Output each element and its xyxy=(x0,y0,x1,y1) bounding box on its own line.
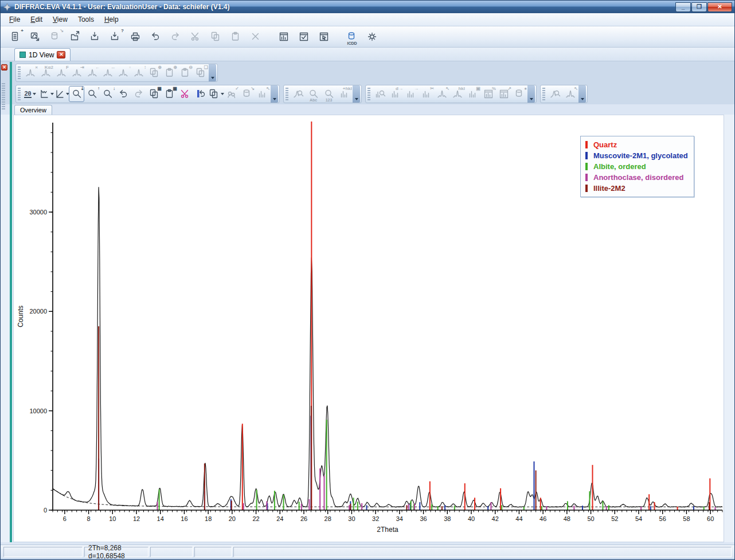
toolbar-overflow-button[interactable] xyxy=(271,85,278,103)
selection-window-button[interactable] xyxy=(315,28,333,45)
new-document-button[interactable]: + xyxy=(6,28,24,45)
svg-text:24: 24 xyxy=(276,515,283,522)
displacement-correction-button: ⇥ xyxy=(69,65,84,81)
phase-legend[interactable]: QuartzMuscovite-2M1, glycolatedAlbite, o… xyxy=(580,136,694,197)
chart-area: ✕ 68101214161820222426283032343638404244… xyxy=(1,115,734,542)
anchor-pattern-button: ▣ xyxy=(465,86,480,102)
close-icon[interactable]: ✕ xyxy=(57,51,65,58)
title-bar: DIFFRAC.EVA V4.1.1 - User: EvaluationUse… xyxy=(1,1,734,13)
svg-text:22: 22 xyxy=(252,515,259,522)
legend-item[interactable]: Quartz xyxy=(585,139,688,150)
copy-view-button[interactable]: ▦ xyxy=(146,86,162,102)
menu-edit[interactable]: Edit xyxy=(25,14,48,25)
status-panel xyxy=(3,547,83,557)
toolbar-grip[interactable] xyxy=(542,88,545,100)
dock-close-icon[interactable]: ✕ xyxy=(1,64,7,71)
undo-range-button[interactable] xyxy=(193,86,208,102)
toolbar-overflow-button[interactable] xyxy=(209,64,216,81)
status-panel xyxy=(233,547,732,557)
y-axis-mode-button[interactable] xyxy=(53,86,69,102)
menu-tools[interactable]: Tools xyxy=(73,14,99,25)
minimize-button[interactable]: _ xyxy=(675,2,691,12)
delete-button xyxy=(247,28,264,45)
undo-button[interactable] xyxy=(147,28,164,45)
diffractogram-panel[interactable]: 6810121416182022242628303234363840424446… xyxy=(13,115,724,542)
app-icon xyxy=(3,3,11,11)
measured-curve xyxy=(53,187,722,507)
svg-text:58: 58 xyxy=(683,515,690,522)
svg-text:56: 56 xyxy=(659,515,666,522)
copy-button xyxy=(207,28,224,45)
svg-text:46: 46 xyxy=(539,515,546,522)
svg-text:36: 36 xyxy=(420,515,427,522)
paste-button xyxy=(227,28,244,45)
scan-window-button[interactable] xyxy=(275,28,292,45)
menu-help[interactable]: Help xyxy=(99,14,124,25)
save-as-button[interactable]: ? xyxy=(107,28,124,45)
database-user-button: ● xyxy=(511,86,527,102)
tab-1d-view[interactable]: 1D View ✕ xyxy=(14,48,71,61)
appearance-button: ✓ xyxy=(224,86,239,102)
curve-select-button: ↖ xyxy=(434,86,449,102)
svg-text:28: 28 xyxy=(325,515,331,522)
svg-text:48: 48 xyxy=(564,515,570,522)
legend-item[interactable]: Anorthoclase, disordered xyxy=(585,172,688,183)
svg-text:30000: 30000 xyxy=(29,209,47,216)
menu-file[interactable]: File xyxy=(4,14,25,25)
legend-item[interactable]: Albite, ordered xyxy=(585,161,688,172)
add-scan-button: ⊕ xyxy=(146,65,162,81)
status-panel xyxy=(194,547,232,557)
svg-text:34: 34 xyxy=(396,515,403,522)
dock-grip[interactable] xyxy=(2,83,5,109)
svg-text:20000: 20000 xyxy=(29,308,47,315)
settings-button[interactable] xyxy=(363,28,381,45)
tab-1d-view-label: 1D View xyxy=(29,51,54,59)
svg-text:10000: 10000 xyxy=(29,408,47,414)
cut-range-button[interactable] xyxy=(177,86,193,102)
toolbar-grip[interactable] xyxy=(286,88,288,100)
redo-button xyxy=(167,28,184,45)
zoom-reset-button[interactable]: ⇣ xyxy=(69,86,84,102)
strip-kalpha2-button: Kα2 xyxy=(38,65,53,81)
svg-text:38: 38 xyxy=(444,515,451,522)
restore-button[interactable]: ❐ xyxy=(691,2,707,12)
menu-view[interactable]: View xyxy=(48,14,73,25)
toolbar-grip[interactable] xyxy=(18,88,21,100)
subtract-scan-button: ⊖ xyxy=(177,65,193,81)
toolbar-grip[interactable] xyxy=(368,88,370,100)
zoom-in-button[interactable]: ↑ xyxy=(84,86,100,102)
paste-view-button[interactable]: ▦ xyxy=(162,86,177,102)
x-axis-mode-button[interactable] xyxy=(38,86,53,102)
main-toolbar: +↘?ICDD xyxy=(1,26,734,48)
add-hkl-button: +hkl xyxy=(337,86,352,102)
two-theta-axis-button[interactable]: 2θ xyxy=(22,86,38,102)
peak-select-button: ↖ xyxy=(562,86,578,102)
options-window-button[interactable] xyxy=(295,28,312,45)
undo-view-button[interactable] xyxy=(115,86,131,102)
zoom-out-button[interactable]: ↓ xyxy=(100,86,115,102)
icdd-database-button[interactable]: ICDD xyxy=(343,28,361,45)
peak-search-button xyxy=(547,86,562,102)
legend-label: Albite, ordered xyxy=(593,162,646,171)
pattern-shift-button: → xyxy=(403,86,419,102)
save-button[interactable] xyxy=(87,28,104,45)
toolbar-grip[interactable] xyxy=(18,66,21,79)
toolbar-overflow-button[interactable] xyxy=(353,85,360,103)
legend-marker-icon xyxy=(585,185,588,192)
legend-item[interactable]: Illite-2M2 xyxy=(585,183,688,194)
import-from-database-button: ↘ xyxy=(46,28,64,45)
redo-view-button xyxy=(131,86,146,102)
legend-label: Illite-2M2 xyxy=(593,184,625,193)
legend-item[interactable]: Muscovite-2M1, glycolated xyxy=(585,150,688,161)
tab-overview[interactable]: Overview xyxy=(14,105,52,115)
export-window-button[interactable] xyxy=(67,28,84,45)
menu-bar: FileEditViewToolsHelp xyxy=(1,13,734,26)
import-scan-button[interactable] xyxy=(26,28,44,45)
copy-page-button[interactable] xyxy=(208,86,224,102)
toolbar-overflow-button[interactable] xyxy=(578,85,586,103)
y-axis-title: Counts xyxy=(17,306,25,327)
print-button[interactable] xyxy=(127,28,144,45)
close-button[interactable]: ✕ xyxy=(707,2,732,12)
toolbar-overflow-button[interactable] xyxy=(527,85,535,103)
d-spacing-button: d→ xyxy=(388,86,403,102)
